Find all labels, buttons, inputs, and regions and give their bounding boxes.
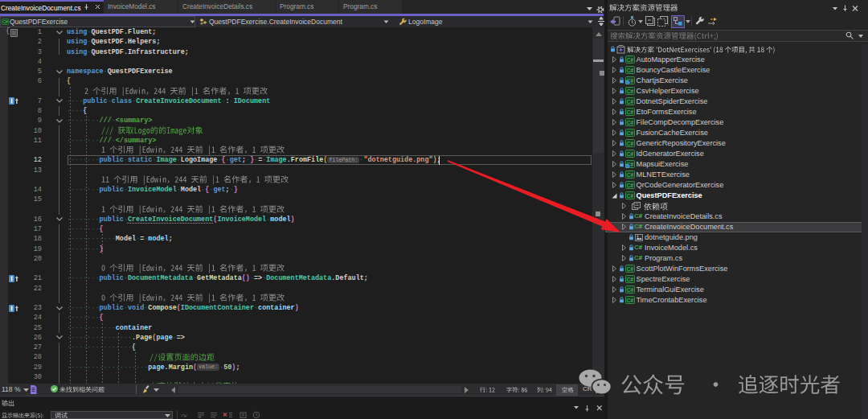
- svg-text:C#: C#: [627, 57, 634, 63]
- svg-text:C#: C#: [627, 99, 634, 105]
- svg-text:C#: C#: [627, 151, 634, 157]
- svg-text:C#: C#: [627, 141, 634, 146]
- svg-text:C#: C#: [2, 19, 8, 23]
- svg-text:C#: C#: [627, 109, 634, 115]
- svg-text:C#: C#: [627, 68, 634, 73]
- svg-text:C#: C#: [627, 130, 634, 136]
- svg-text:C#: C#: [627, 266, 634, 272]
- svg-text:C#: C#: [627, 277, 634, 282]
- svg-text:C#: C#: [627, 298, 634, 303]
- svg-text:C#: C#: [627, 287, 634, 293]
- svg-text:C#: C#: [627, 120, 634, 125]
- svg-text:C#: C#: [627, 88, 634, 94]
